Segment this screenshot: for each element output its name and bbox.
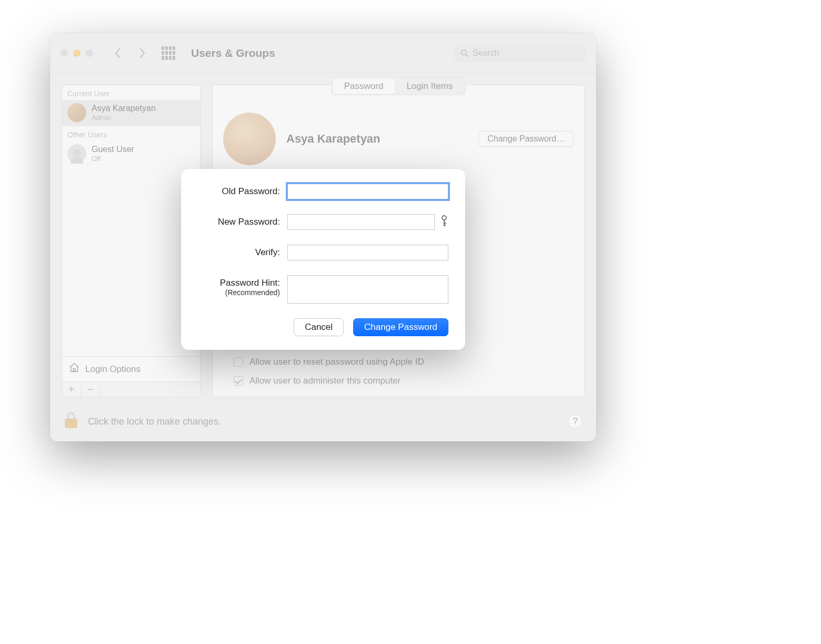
key-icon[interactable]	[440, 215, 448, 229]
checkbox-checked-icon	[234, 376, 243, 386]
profile-name: Asya Karapetyan	[286, 132, 381, 146]
back-button[interactable]	[109, 44, 127, 62]
change-password-button[interactable]: Change Password…	[478, 131, 574, 147]
checkbox-icon	[234, 357, 243, 367]
add-remove-row: + −	[62, 381, 200, 397]
sidebar-user-current[interactable]: Asya Karapetyan Admin	[62, 100, 200, 126]
section-current-user: Current User	[62, 85, 200, 100]
toolbar: Users & Groups Search	[50, 33, 596, 73]
verify-password-input[interactable]	[287, 245, 448, 260]
show-all-icon[interactable]	[162, 46, 175, 60]
hint-label: Password Hint: (Recommended)	[198, 275, 280, 298]
window-title: Users & Groups	[191, 47, 275, 59]
tab-login-items[interactable]: Login Items	[395, 78, 464, 94]
footer: Click the lock to make changes. ?	[50, 401, 596, 441]
profile-row: Asya Karapetyan Change Password…	[223, 85, 574, 165]
svg-rect-3	[65, 419, 77, 428]
svg-rect-2	[73, 369, 75, 372]
lock-text: Click the lock to make changes.	[88, 416, 221, 427]
sidebar-user-guest[interactable]: Guest User Off	[62, 141, 200, 167]
user-name: Guest User	[92, 145, 134, 154]
remove-user-button[interactable]: −	[81, 382, 100, 397]
help-button[interactable]: ?	[568, 414, 583, 429]
change-password-confirm-button[interactable]: Change Password	[353, 318, 448, 336]
avatar-icon	[67, 103, 86, 122]
check-administer[interactable]: Allow user to administer this computer	[234, 376, 424, 386]
check-reset-appleid[interactable]: Allow user to reset password using Apple…	[234, 357, 424, 367]
search-icon	[460, 49, 468, 57]
search-placeholder: Search	[473, 48, 499, 58]
user-role: Off	[92, 155, 134, 163]
svg-point-6	[442, 216, 446, 220]
preferences-window: Users & Groups Search Current User Asya …	[50, 33, 596, 441]
fullscreen-window-icon[interactable]	[86, 49, 93, 57]
window-controls	[61, 49, 93, 57]
permission-checks: Allow user to reset password using Apple…	[234, 357, 424, 386]
old-password-label: Old Password:	[198, 184, 280, 197]
user-role: Admin	[92, 114, 156, 122]
cancel-button[interactable]: Cancel	[294, 318, 344, 336]
user-sidebar: Current User Asya Karapetyan Admin Other…	[62, 85, 201, 397]
new-password-input[interactable]	[287, 214, 435, 230]
change-password-dialog: Old Password: New Password: Verify: Pass…	[181, 169, 465, 350]
search-field[interactable]: Search	[454, 44, 586, 62]
forward-button[interactable]	[133, 44, 151, 62]
user-name: Asya Karapetyan	[92, 104, 156, 113]
add-user-button[interactable]: +	[62, 382, 81, 397]
old-password-input[interactable]	[287, 184, 448, 199]
close-window-icon[interactable]	[61, 49, 68, 57]
login-options-row[interactable]: Login Options	[62, 356, 200, 381]
new-password-label: New Password:	[198, 214, 280, 227]
password-hint-input[interactable]	[287, 275, 448, 304]
tab-segment: Password Login Items	[332, 77, 466, 95]
verify-label: Verify:	[198, 245, 280, 258]
minimize-window-icon[interactable]	[73, 49, 81, 57]
lock-icon[interactable]	[64, 411, 78, 431]
login-options-label: Login Options	[85, 364, 141, 375]
section-other-users: Other Users	[62, 126, 200, 141]
profile-avatar[interactable]	[223, 113, 276, 165]
svg-line-1	[466, 54, 468, 56]
tab-password[interactable]: Password	[333, 78, 395, 94]
house-icon	[68, 362, 80, 376]
avatar-icon	[67, 144, 86, 163]
